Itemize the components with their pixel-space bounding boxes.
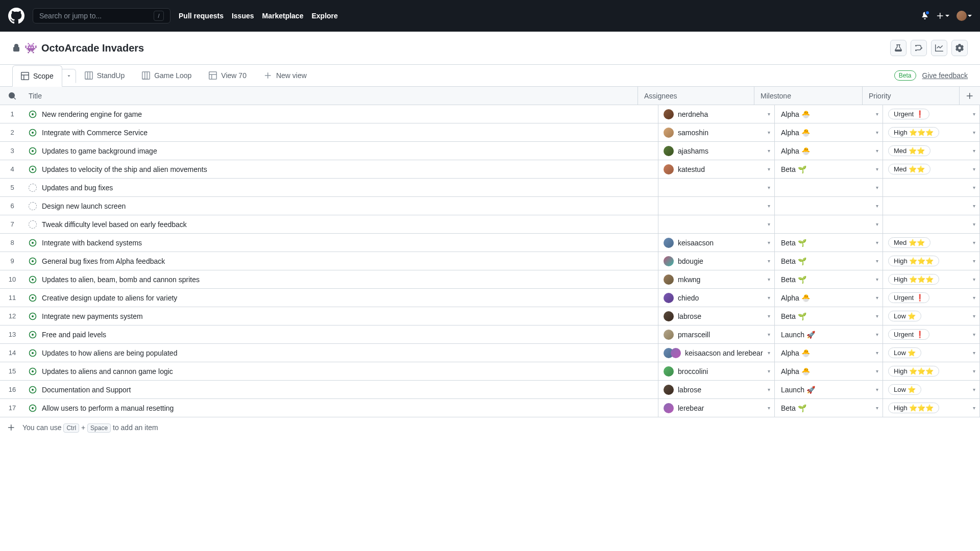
cell-milestone[interactable]: Alpha 🐣▾	[775, 142, 883, 160]
priority-badge[interactable]: Low ⭐	[888, 384, 921, 395]
table-row[interactable]: 9General bug fixes from Alpha feedbackbd…	[0, 252, 980, 270]
table-row[interactable]: 14Updates to how aliens are being popula…	[0, 344, 980, 362]
table-row[interactable]: 15Updates to aliens and cannon game logi…	[0, 362, 980, 381]
cell-title[interactable]: Updates to game background image	[24, 142, 658, 160]
cell-title[interactable]: Design new launch screen	[24, 197, 658, 215]
table-row[interactable]: 16Documentation and Supportlabrose▾Launc…	[0, 381, 980, 399]
cell-priority[interactable]: High ⭐⭐⭐▾	[883, 399, 980, 417]
table-row[interactable]: 2Integrate with Commerce Servicesamoshin…	[0, 123, 980, 142]
priority-badge[interactable]: Low ⭐	[888, 347, 921, 358]
give-feedback-link[interactable]: Give feedback	[922, 71, 968, 80]
create-new-menu[interactable]	[936, 12, 949, 20]
cell-assignees[interactable]: keisaacson and lerebear▾	[658, 344, 775, 362]
priority-badge[interactable]: High ⭐⭐⭐	[888, 403, 939, 413]
cell-title[interactable]: Documentation and Support	[24, 381, 658, 398]
cell-priority[interactable]: Med ⭐⭐▾	[883, 142, 980, 160]
cell-milestone[interactable]: Beta 🌱▾	[775, 399, 883, 417]
priority-badge[interactable]: High ⭐⭐⭐	[888, 274, 939, 285]
cell-assignees[interactable]: ▾	[658, 179, 775, 196]
cell-assignees[interactable]: lerebear▾	[658, 399, 775, 417]
cell-milestone[interactable]: Alpha 🐣▾	[775, 344, 883, 362]
table-row[interactable]: 11Creative design update to aliens for v…	[0, 289, 980, 307]
cell-priority[interactable]: High ⭐⭐⭐▾	[883, 123, 980, 141]
cell-assignees[interactable]: pmarsceill▾	[658, 325, 775, 343]
settings-button[interactable]	[951, 40, 968, 56]
nav-pull-requests[interactable]: Pull requests	[179, 12, 224, 20]
cell-assignees[interactable]: labrose▾	[658, 381, 775, 398]
tab-standup[interactable]: StandUp	[76, 65, 133, 86]
nav-marketplace[interactable]: Marketplace	[262, 12, 304, 20]
column-header-priority[interactable]: Priority	[863, 87, 960, 105]
cell-priority[interactable]: Med ⭐⭐▾	[883, 234, 980, 252]
cell-milestone[interactable]: Alpha 🐣▾	[775, 289, 883, 307]
cell-title[interactable]: Integrate with Commerce Service	[24, 123, 658, 141]
cell-assignees[interactable]: bdougie▾	[658, 252, 775, 270]
priority-badge[interactable]: Urgent ❗	[888, 292, 929, 303]
cell-assignees[interactable]: ajashams▾	[658, 142, 775, 160]
tab-new-view[interactable]: New view	[255, 65, 315, 86]
priority-badge[interactable]: Urgent ❗	[888, 329, 929, 340]
table-row[interactable]: 1New rendering engine for gamenerdneha▾A…	[0, 105, 980, 123]
user-menu[interactable]	[957, 11, 972, 21]
table-row[interactable]: 8Integrate with backend systemskeisaacso…	[0, 234, 980, 252]
priority-badge[interactable]: Low ⭐	[888, 311, 921, 321]
cell-milestone[interactable]: Alpha 🐣▾	[775, 123, 883, 141]
priority-badge[interactable]: High ⭐⭐⭐	[888, 127, 939, 138]
cell-assignees[interactable]: ▾	[658, 215, 775, 233]
cell-title[interactable]: New rendering engine for game	[24, 105, 658, 123]
cell-milestone[interactable]: Beta 🌱▾	[775, 160, 883, 178]
cell-title[interactable]: Updates and bug fixes	[24, 179, 658, 196]
cell-milestone[interactable]: ▾	[775, 215, 883, 233]
cell-milestone[interactable]: Alpha 🐣▾	[775, 105, 883, 123]
cell-milestone[interactable]: ▾	[775, 179, 883, 196]
cell-milestone[interactable]: Launch 🚀▾	[775, 381, 883, 398]
table-row[interactable]: 10Updates to alien, beam, bomb and canno…	[0, 270, 980, 289]
add-item-row[interactable]: You can use Ctrl + Space to add an item	[0, 417, 980, 438]
table-row[interactable]: 3Updates to game background imageajasham…	[0, 142, 980, 160]
github-logo-icon[interactable]	[8, 8, 24, 24]
cell-assignees[interactable]: katestud▾	[658, 160, 775, 178]
cell-title[interactable]: Updates to how aliens are being populate…	[24, 344, 658, 362]
priority-badge[interactable]: Med ⭐⭐	[888, 237, 930, 248]
cell-priority[interactable]: ▾	[883, 215, 980, 233]
cell-title[interactable]: Free and paid levels	[24, 325, 658, 343]
cell-milestone[interactable]: Launch 🚀▾	[775, 325, 883, 343]
beaker-button[interactable]	[890, 40, 906, 56]
cell-priority[interactable]: ▾	[883, 197, 980, 215]
workflow-button[interactable]	[911, 40, 927, 56]
table-row[interactable]: 7Tweak difficulty level based on early f…	[0, 215, 980, 234]
column-header-assignees[interactable]: Assignees	[638, 87, 754, 105]
cell-title[interactable]: General bug fixes from Alpha feedback	[24, 252, 658, 270]
priority-badge[interactable]: High ⭐⭐⭐	[888, 256, 939, 266]
tab-scope[interactable]: Scope	[12, 65, 62, 87]
cell-assignees[interactable]: chiedo▾	[658, 289, 775, 307]
table-row[interactable]: 5Updates and bug fixes▾▾▾	[0, 179, 980, 197]
cell-priority[interactable]: Low ⭐▾	[883, 344, 980, 362]
cell-priority[interactable]: Urgent ❗▾	[883, 325, 980, 343]
cell-priority[interactable]: Low ⭐▾	[883, 381, 980, 398]
cell-milestone[interactable]: Alpha 🐣▾	[775, 362, 883, 380]
tab-scope-menu[interactable]	[62, 69, 76, 83]
cell-assignees[interactable]: ▾	[658, 197, 775, 215]
cell-milestone[interactable]: Beta 🌱▾	[775, 270, 883, 288]
tab-gameloop[interactable]: Game Loop	[133, 65, 200, 86]
insights-button[interactable]	[931, 40, 947, 56]
column-header-milestone[interactable]: Milestone	[754, 87, 863, 105]
cell-priority[interactable]: Urgent ❗▾	[883, 105, 980, 123]
priority-badge[interactable]: High ⭐⭐⭐	[888, 366, 939, 377]
cell-milestone[interactable]: Beta 🌱▾	[775, 234, 883, 252]
cell-priority[interactable]: High ⭐⭐⭐▾	[883, 362, 980, 380]
cell-priority[interactable]: Low ⭐▾	[883, 307, 980, 325]
nav-explore[interactable]: Explore	[311, 12, 337, 20]
cell-assignees[interactable]: labrose▾	[658, 307, 775, 325]
search-column-button[interactable]	[0, 87, 24, 105]
cell-title[interactable]: Updates to velocity of the ship and alie…	[24, 160, 658, 178]
cell-milestone[interactable]: Beta 🌱▾	[775, 307, 883, 325]
cell-priority[interactable]: High ⭐⭐⭐▾	[883, 252, 980, 270]
table-row[interactable]: 13Free and paid levelspmarsceill▾Launch …	[0, 325, 980, 344]
priority-badge[interactable]: Med ⭐⭐	[888, 145, 930, 156]
cell-priority[interactable]: High ⭐⭐⭐▾	[883, 270, 980, 288]
cell-title[interactable]: Allow users to perform a manual resettin…	[24, 399, 658, 417]
priority-badge[interactable]: Urgent ❗	[888, 109, 929, 119]
nav-issues[interactable]: Issues	[232, 12, 254, 20]
